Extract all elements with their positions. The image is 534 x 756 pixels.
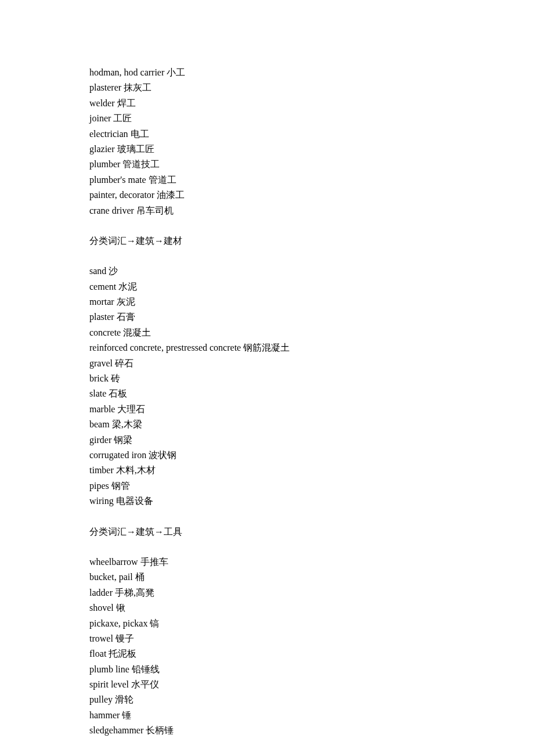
term-english: brick [89,373,109,383]
vocab-entry: bucket, pail 桶 [89,570,438,585]
vocab-entry: welder 焊工 [89,96,438,111]
vocab-entry: plaster 石膏 [89,309,438,325]
vocab-entry: wheelbarrow 手推车 [89,555,438,570]
term-english: beam [89,419,110,429]
vocab-entry: pipes 钢管 [89,478,438,494]
term-chinese: 锤 [122,710,131,720]
vocab-entry: painter, decorator 油漆工 [89,188,438,203]
document-page: hodman, hod carrier 小工plasterer 抹灰工welde… [0,0,438,739]
term-english: pipes [89,481,109,491]
term-english: welder [89,98,115,108]
vocab-entry: float 托泥板 [89,646,438,661]
vocab-entry: timber 木料,木材 [89,463,438,478]
vocab-entry: marble 大理石 [89,402,438,417]
term-english: ladder [89,588,113,597]
vocab-entry: sand 沙 [89,264,438,279]
vocab-entry: spirit level 水平仪 [89,677,438,692]
term-chinese: 小工 [167,67,185,77]
term-chinese: 水平仪 [131,679,159,689]
vocab-entry: plumber 管道技工 [89,157,438,172]
term-chinese: 工匠 [113,113,132,123]
vocab-entry: cement 水泥 [89,279,438,294]
term-chinese: 焊工 [117,98,136,108]
term-english: pulley [89,694,113,704]
term-english: slate [89,388,106,398]
term-chinese: 钢梁 [114,435,132,445]
term-english: shovel [89,603,114,613]
term-english: wheelbarrow [89,557,138,567]
term-chinese: 托泥板 [109,649,136,658]
section-heading: 分类词汇→建筑→工具 [89,524,438,539]
term-english: sledgehammer [89,725,143,735]
vocab-entry: ladder 手梯,高凳 [89,585,438,600]
term-chinese: 木料,木材 [116,465,156,475]
term-chinese: 梁,木梁 [112,419,142,429]
term-chinese: 吊车司机 [136,206,174,215]
term-english: timber [89,465,114,475]
term-english: plumber's mate [89,175,146,185]
term-chinese: 镐 [150,618,159,628]
term-chinese: 手推车 [140,557,168,567]
term-english: cement [89,282,116,291]
term-english: wiring [89,496,114,506]
vocab-entry: trowel 镘子 [89,631,438,646]
term-english: plasterer [89,82,121,92]
term-chinese: 油漆工 [157,190,185,200]
term-chinese: 桶 [135,572,145,582]
term-chinese: 钢管 [111,481,130,491]
vocab-entry: brick 砖 [89,371,438,386]
vocab-entry: girder 钢梁 [89,433,438,448]
term-chinese: 电工 [131,129,149,139]
term-english: painter, decorator [89,190,154,200]
term-chinese: 管道工 [149,175,176,185]
term-chinese: 管道技工 [122,159,160,169]
vocab-entry: hammer 锤 [89,708,438,723]
term-english: hammer [89,710,120,720]
term-english: glazier [89,144,115,154]
term-chinese: 砖 [111,373,120,383]
term-english: bucket, pail [89,572,133,582]
vocab-entry: concrete 混凝土 [89,325,438,340]
term-chinese: 大理石 [117,404,145,414]
term-english: plaster [89,312,114,322]
term-english: plumb line [89,664,129,674]
term-english: hodman, hod carrier [89,67,164,77]
vocab-entry: plumb line 铅锤线 [89,662,438,677]
term-english: plumber [89,159,120,169]
term-chinese: 波状钢 [149,450,176,460]
term-english: spirit level [89,679,129,689]
vocab-entry: pickaxe, pickax 镐 [89,616,438,631]
term-english: sand [89,266,106,276]
term-english: corrugated iron [89,450,146,460]
vocab-entry: glazier 玻璃工匠 [89,142,438,157]
term-english: joiner [89,113,111,123]
term-chinese: 长柄锤 [146,725,174,735]
section-heading: 分类词汇→建筑→建材 [89,233,438,249]
vocab-entry: corrugated iron 波状钢 [89,448,438,463]
term-chinese: 石膏 [117,312,135,322]
vocab-entry: beam 梁,木梁 [89,417,438,432]
term-english: marble [89,404,115,414]
term-english: electrician [89,129,128,139]
vocab-entry: wiring 电器设备 [89,494,438,509]
vocab-entry: shovel 锹 [89,600,438,615]
term-english: pickaxe, pickax [89,618,147,628]
term-english: gravel [89,358,113,368]
term-chinese: 锹 [116,603,125,613]
vocab-entry: plasterer 抹灰工 [89,80,438,95]
vocab-entry: mortar 灰泥 [89,294,438,309]
term-chinese: 镘子 [116,633,134,643]
term-english: reinforced concrete, prestressed concret… [89,343,241,352]
vocab-entry: electrician 电工 [89,127,438,142]
term-chinese: 混凝土 [123,327,151,337]
vocab-entry: hodman, hod carrier 小工 [89,65,438,80]
term-chinese: 玻璃工匠 [117,144,154,154]
term-english: trowel [89,633,113,643]
term-english: float [89,649,106,658]
term-chinese: 铅锤线 [132,664,160,674]
vocab-entry: sledgehammer 长柄锤 [89,723,438,738]
term-chinese: 钢筋混凝土 [243,343,290,352]
vocab-entry: joiner 工匠 [89,111,438,126]
vocab-entry: plumber's mate 管道工 [89,172,438,188]
term-english: concrete [89,327,121,337]
